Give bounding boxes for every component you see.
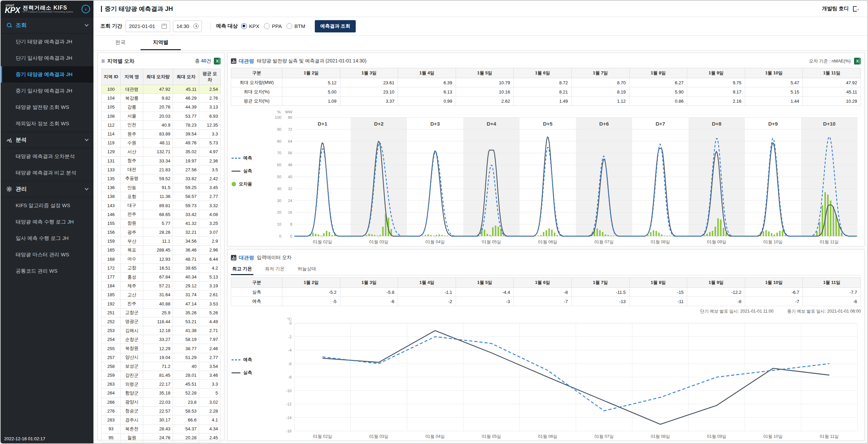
- table-row[interactable]: 159부산11.134.562.9: [102, 237, 221, 246]
- table-row[interactable]: 135추풍령59.5233.822.42: [102, 174, 221, 183]
- table-row[interactable]: 131청주33.3419.972.36: [102, 156, 221, 165]
- radio-ppa[interactable]: PPA: [264, 23, 282, 29]
- date-column-header: 1월 10일: [745, 68, 803, 78]
- calendar-icon[interactable]: [162, 24, 167, 29]
- sidebar-item[interactable]: 태양광 마스터 관리 WS: [1, 246, 93, 263]
- sidebar-item[interactable]: 일사 예측 수행 로그 JH: [1, 230, 93, 246]
- table-row[interactable]: 143대구89.8159.733.32: [102, 201, 221, 210]
- sidebar-item[interactable]: 태양광 예측 수행 로그 JH: [1, 214, 93, 230]
- sidebar-section-0[interactable]: 조회: [1, 17, 93, 33]
- sidebar-item[interactable]: 중기 태양광 예측결과 JH: [1, 66, 93, 83]
- sidebar-item[interactable]: 중기 일사량 예측결과 JH: [1, 83, 93, 99]
- time-field[interactable]: [173, 20, 202, 32]
- column-header[interactable]: 최대 오차량: [143, 69, 173, 85]
- table-row[interactable]: 184제주57.2129.123.19: [102, 282, 221, 290]
- column-header[interactable]: 평균 오차: [199, 69, 221, 85]
- table-row[interactable]: 283경주시30.1766.64.1: [102, 415, 221, 424]
- table-row[interactable]: 258보성군71.2403.54: [102, 362, 221, 371]
- radio-btm[interactable]: BTM: [286, 23, 305, 29]
- table-row[interactable]: 251고창군25.935.265.26: [102, 308, 221, 317]
- table-row[interactable]: 276청송군22.5758.532.28: [102, 406, 221, 415]
- table-row[interactable]: 192진주40.8847.143.53: [102, 299, 221, 308]
- sidebar-item[interactable]: KIFS 알고리즘 설정 WS: [1, 197, 93, 214]
- table-row[interactable]: 108서울20.0353.776.93: [102, 112, 221, 120]
- table-row[interactable]: 254순창군33.2758.197.97: [102, 335, 221, 344]
- table-cell: 40.9: [143, 120, 173, 129]
- sidebar-item[interactable]: 태양광 예측결과 비교 분석: [1, 164, 93, 181]
- radio-kpx[interactable]: KPX: [241, 23, 259, 29]
- sidebar-item[interactable]: 단기 태양광 예측결과 JH: [1, 33, 93, 50]
- table-row[interactable]: 133대전21.8327.563.5: [102, 165, 221, 174]
- table-row[interactable]: 112인천40.978.2312.35: [102, 120, 221, 129]
- table-row[interactable]: 93북춘천28.4354.374.34: [102, 425, 221, 433]
- column-header[interactable]: 지역 ID: [102, 69, 121, 85]
- table-row[interactable]: 264함양군35.1852.285: [102, 389, 221, 398]
- sidebar-item[interactable]: 단기 일사량 예측결과 JH: [1, 50, 93, 66]
- table-row[interactable]: 146전주68.6533.424.08: [102, 210, 221, 219]
- search-button[interactable]: 예측결과 조회: [315, 20, 356, 32]
- table-row[interactable]: 104북강릉9.8246.292.76: [102, 94, 221, 103]
- svg-text:D+10: D+10: [823, 121, 835, 127]
- sidebar-section-2[interactable]: 관리: [1, 181, 93, 197]
- table-row[interactable]: 172고창16.5139.654.2: [102, 263, 221, 272]
- table-row[interactable]: 100대관령47.9245.112.54: [102, 85, 221, 94]
- table-cell: 10.16: [456, 87, 514, 97]
- sidebar-collapse-icon[interactable]: ‹: [82, 5, 90, 13]
- svg-text:72: 72: [288, 127, 292, 131]
- excel-download-icon[interactable]: X: [854, 58, 861, 65]
- svg-text:01월 03일: 01월 03일: [369, 434, 388, 439]
- svg-text:D+6: D+6: [599, 121, 609, 127]
- table-cell: 고창: [120, 263, 143, 272]
- weather-tab-2[interactable]: 하늘상태: [296, 264, 318, 275]
- date-input[interactable]: [129, 23, 162, 29]
- table-row[interactable]: 95철원24.7620.282.45: [102, 433, 221, 442]
- sidebar-item[interactable]: 공통코드 관리 WS: [1, 263, 93, 279]
- table-row[interactable]: 129서산132.7135.024.97: [102, 147, 221, 156]
- table-row[interactable]: 259강진군81.4528.013.46: [102, 371, 221, 380]
- table-row[interactable]: 138포항11.3658.572.77: [102, 192, 221, 201]
- time-input[interactable]: [176, 23, 193, 29]
- sidebar-item[interactable]: 태양광 발전량 조회 WS: [1, 99, 93, 115]
- sidebar-item[interactable]: 제외일자 정보 조회 WS: [1, 115, 93, 132]
- table-cell: 31.64: [143, 290, 173, 299]
- clock-icon[interactable]: [193, 24, 198, 29]
- table-cell: 263: [102, 380, 121, 389]
- table-cell: 5.26: [199, 308, 221, 317]
- table-row[interactable]: 136안동91.559.253.45: [102, 183, 221, 192]
- weather-tab-1[interactable]: 최저 기온: [264, 264, 286, 275]
- table-cell: 33.82: [173, 174, 199, 183]
- logout-button[interactable]: →: [853, 6, 860, 12]
- table-cell: 5: [199, 389, 221, 398]
- table-row[interactable]: 266광양시22.0323.83.02: [102, 398, 221, 406]
- title-bar-mark: [101, 6, 102, 12]
- table-row[interactable]: 177홍성67.8440.345.13: [102, 272, 221, 281]
- table-row[interactable]: 165목포288.4536.462.96: [102, 246, 221, 255]
- table-row[interactable]: 168여수12.9348.716.44: [102, 255, 221, 263]
- sidebar-section-1[interactable]: 분석: [1, 132, 93, 148]
- column-header[interactable]: 최대 오차: [173, 69, 199, 85]
- table-cell: 철원: [120, 433, 143, 442]
- column-header[interactable]: 지역 명: [120, 69, 143, 85]
- svg-text:01월 03일: 01월 03일: [369, 240, 388, 244]
- tab-nationwide[interactable]: 전국: [100, 35, 141, 50]
- table-row[interactable]: 105강릉20.7644.393.13: [102, 103, 221, 112]
- table-row[interactable]: 255북창원12.2938.772.46: [102, 344, 221, 353]
- legend-item: 예측: [232, 155, 267, 161]
- table-row[interactable]: 119수원48.1149.765.73: [102, 139, 221, 147]
- table-row[interactable]: 263의령군22.1745.513.3: [102, 380, 221, 389]
- weather-tab-0[interactable]: 최고 기온: [231, 264, 253, 275]
- table-row[interactable]: 185고산31.6431.742.61: [102, 290, 221, 299]
- table-row[interactable]: 253김해시12.1841.382.71: [102, 326, 221, 335]
- table-row[interactable]: 257양산시19.0451.292.77: [102, 353, 221, 362]
- date-field[interactable]: [126, 20, 170, 32]
- table-row[interactable]: 252영광군118.4453.214.49: [102, 317, 221, 326]
- table-row[interactable]: 114원주83.8939.543.3: [102, 129, 221, 138]
- table-row[interactable]: 155창원5.7741.323.25: [102, 219, 221, 228]
- excel-download-icon[interactable]: X: [214, 58, 221, 65]
- date-column-header: 1월 2일: [282, 68, 340, 78]
- table-cell: 1.12: [571, 97, 629, 106]
- forecast-error-table: 구분1월 2일1월 3일1월 4일1월 5일1월 6일1월 7일1월 8일1월 …: [231, 68, 861, 106]
- sidebar-item[interactable]: 태양광 예측결과 오차분석: [1, 148, 93, 164]
- table-row[interactable]: 156광주28.2632.213.07: [102, 228, 221, 237]
- tab-regional[interactable]: 지역별: [141, 35, 181, 50]
